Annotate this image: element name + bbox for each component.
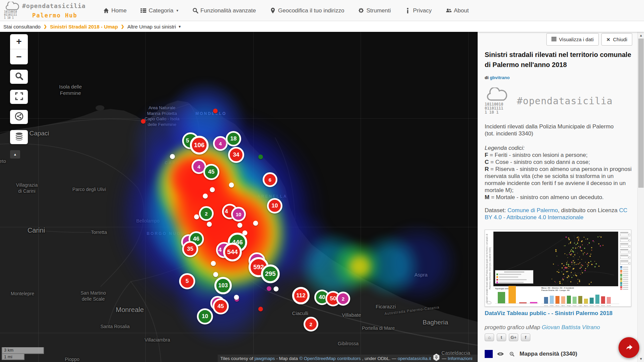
data-layers-button[interactable] [10,130,28,144]
cluster-marker-544[interactable]: 544 [223,243,242,261]
point-marker[interactable] [267,286,271,291]
scrollbar-thumb[interactable] [638,39,644,188]
close-icon: ✕ [606,37,610,42]
close-panel-button[interactable]: ✕ Chiudi [601,33,632,46]
map-attribution: Tiles courtesy of jawgmaps - Map data © … [218,355,478,362]
eye-icon[interactable] [497,351,504,357]
social-buttons: ⌂tG+f [485,334,632,341]
scale-bar-mi: 1 mi [2,354,24,360]
map-canvas[interactable]: Isola delle FemmineArea Naturale Marina … [0,32,478,362]
search-icon [193,8,198,13]
close-label: Chiudi [613,37,627,42]
attribution-text: Tiles courtesy of [220,356,253,361]
point-marker[interactable] [194,215,199,220]
nav-item-about[interactable]: About [446,7,469,14]
cluster-marker-35[interactable]: 35 [182,241,198,257]
nav-item-categoria[interactable]: Categoria▾ [141,7,178,14]
breadcrumb-more-dropdown[interactable]: Altre Umap sui sinistri ▼ [127,24,181,29]
attribution-text: — [442,356,446,361]
thumbnail-cloud-icon [486,300,492,306]
view-data-button[interactable]: Visualizza i dati [546,33,599,46]
info-icon [405,8,411,13]
cluster-marker-2[interactable]: 2 [304,317,318,331]
point-marker[interactable] [210,187,215,192]
point-marker[interactable] [170,154,175,159]
cluster-marker-103[interactable]: 103 [214,277,232,294]
layer-color-swatch [485,350,493,358]
cluster-marker-45[interactable]: 45 [203,164,219,180]
tableau-thumbnail[interactable]: Sinistri stradali rilevati dalla Polizia… [485,230,631,307]
zoom-control: + − [10,34,28,64]
point-marker[interactable] [253,221,258,226]
collapse-controls-button[interactable]: ▲ [10,150,20,159]
author-link[interactable]: gbvitrano [490,75,509,80]
cluster-marker-2[interactable]: 2 [199,206,214,221]
point-marker[interactable] [207,222,212,227]
zoom-in-button[interactable]: + [10,34,28,49]
home-share-button[interactable]: ⌂ [485,334,494,341]
site-logo[interactable]: 10110010 01101111 1 10 1 #opendatasicili… [3,1,100,21]
panel-title: Sinistri stradali rilevati nel territori… [485,50,632,70]
share-fab-button[interactable] [619,337,639,358]
cluster-marker-2[interactable]: 2 [336,292,350,306]
heatmap-layer [0,32,478,362]
breadcrumb-prefix: Stai consultando [3,24,41,29]
point-marker[interactable] [213,272,218,277]
list-icon [141,8,146,13]
brand-name: #opendatasicilia [22,2,86,9]
point-marker[interactable] [229,183,234,188]
point-marker[interactable] [203,194,208,199]
cluster-marker-18[interactable]: 18 [226,131,241,146]
cluster-marker-112[interactable]: 112 [292,287,310,304]
cluster-marker-10[interactable]: 10 [231,207,246,222]
cluster-marker-6[interactable]: 6 [263,172,277,187]
nav-item-strumenti[interactable]: Strumenti [358,7,391,14]
map-share-button[interactable] [10,110,28,124]
point-marker[interactable] [213,109,218,113]
cluster-marker-106[interactable]: 106 [190,136,209,155]
cluster-marker-45[interactable]: 45 [213,298,229,314]
data-viz-link[interactable]: DataViz Tableau public - - Sinistri Pale… [485,310,632,317]
pin-icon [270,8,276,13]
map-search-button[interactable] [10,70,28,84]
point-marker[interactable] [258,155,263,159]
breadcrumb-more-label: Altre Umap sui sinistri [127,24,176,29]
googleplus-share-button[interactable]: G+ [509,334,518,341]
logo-binary: 10110010 01101111 1 10 1 [4,10,17,19]
cluster-marker-10[interactable]: 10 [197,308,213,324]
credit-author-link[interactable]: Giovan Battista Vitrano [542,324,600,330]
nav-item-geocodifica-il-tuo-indirizzo[interactable]: Geocodifica il tuo indirizzo [270,7,344,14]
nav-item-funzionalit-avanzate[interactable]: Funzionalità avanzate [193,7,256,14]
point-marker[interactable] [258,307,263,311]
thumbnail-side-title: Sinistri stradali rilevati dalla Polizia… [485,231,492,305]
twitter-share-button[interactable]: t [497,334,506,341]
scroll-up-arrow[interactable]: ▲ [638,33,644,38]
osm-contributors-link[interactable]: © OpenStreetMap contributors [299,356,361,361]
cluster-marker-5[interactable]: 5 [179,273,195,289]
informazioni-link[interactable]: Informazioni [448,356,473,361]
point-marker[interactable] [234,295,239,300]
opendatasicilia-link[interactable]: opendatasicilia.it [397,356,431,361]
panel-scrollbar[interactable]: ▲ ▼ [637,32,644,362]
zoom-to-layer-icon[interactable] [508,351,516,357]
nav-item-privacy[interactable]: Privacy [405,7,432,14]
intro-text: Incidenti rilevati dalla Polizia Municip… [485,123,632,137]
point-marker[interactable] [141,119,146,124]
point-marker[interactable] [274,287,279,292]
point-marker[interactable] [211,261,216,266]
breadcrumb-current-link[interactable]: Sinistri Stradali 2018 - Umap [50,24,118,29]
fullscreen-button[interactable] [10,90,28,104]
gear-icon [358,8,364,13]
comune-palermo-link[interactable]: Comune di Palermo [507,207,558,214]
facebook-share-button[interactable]: f [521,334,530,341]
jawgmaps-link[interactable]: jawgmaps [255,356,275,361]
dataset-label: Dataset: [485,207,507,214]
legend-title: Legenda codici: [485,144,632,152]
nav-item-home[interactable]: Home [103,7,126,14]
point-marker[interactable] [237,223,243,228]
cluster-marker-10[interactable]: 10 [267,198,282,214]
zoom-out-button[interactable]: − [10,49,28,64]
cluster-marker-295[interactable]: 295 [261,264,280,283]
cluster-marker-34[interactable]: 34 [228,147,244,163]
scroll-down-arrow[interactable]: ▼ [638,356,644,361]
